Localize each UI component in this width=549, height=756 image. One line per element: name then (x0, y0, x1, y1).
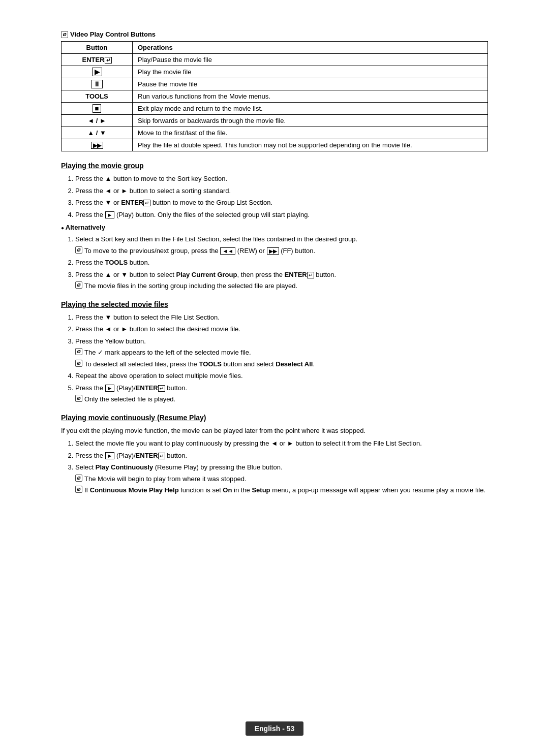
table-cell-op: Skip forwards or backwards through the m… (133, 115, 488, 127)
list-item: Repeat the above operation to select mul… (75, 371, 488, 381)
footer-page-number: English - 53 (246, 721, 304, 736)
table-cell-button: ENTER↵ (62, 54, 133, 66)
note-icon: Ø (75, 360, 82, 367)
list-item: Press the ▼ button to select the File Li… (75, 312, 488, 323)
list-item: Press the ◄ or ► button to select a sort… (75, 186, 488, 196)
table-row: ENTER↵ Play/Pause the movie file (62, 54, 488, 66)
note-icon: Ø (75, 348, 82, 355)
note-icon: Ø (75, 475, 82, 482)
note-icon: Ø (75, 395, 82, 402)
table-cell-button: ◄ / ► (62, 115, 133, 127)
list-item: Press the ► (Play)/ENTER↵ button. Ø Only… (75, 383, 488, 404)
table-cell-op: Move to the first/last of the file. (133, 127, 488, 139)
table-row: ◄ / ► Skip forwards or backwards through… (62, 115, 488, 127)
playing-selected-files-heading: Playing the selected movie files (61, 300, 488, 308)
alt-steps-list: Select a Sort key and then in the File L… (75, 234, 488, 291)
list-item: Select Play Continuously (Resume Play) b… (75, 462, 488, 495)
table-row: ⏸ Pause the movie file (62, 78, 488, 90)
alternatively-list: Alternatively (61, 224, 488, 231)
table-cell-op: Play/Pause the movie file (133, 54, 488, 66)
playing-selected-files-section: Playing the selected movie files Press t… (61, 300, 488, 404)
list-item: Press the TOOLS button. (75, 258, 488, 268)
playing-movie-group-steps: Press the ▲ button to move to the Sort k… (75, 174, 488, 219)
table-row: ▶ Play the movie file (62, 66, 488, 78)
table-cell-button: TOOLS (62, 90, 133, 103)
note-icon: Ø (75, 486, 82, 493)
video-table-section: Ø Video Play Control Buttons Button Oper… (61, 30, 488, 151)
table-cell-op: Run various functions from the Movie men… (133, 90, 488, 103)
table-header-button: Button (62, 42, 133, 54)
table-cell-op: Play the movie file (133, 66, 488, 78)
list-item: Press the Yellow button. Ø The ✓ mark ap… (75, 336, 488, 369)
note-icon: Ø (61, 31, 68, 38)
playing-continuously-section: Playing movie continuously (Resume Play)… (61, 414, 488, 495)
table-row: TOOLS Run various functions from the Mov… (62, 90, 488, 103)
note-icon: Ø (75, 246, 82, 254)
table-cell-button: ▶▶ (62, 139, 133, 151)
continuously-steps: Select the movie file you want to play c… (75, 438, 488, 495)
table-cell-op: Exit play mode and return to the movie l… (133, 103, 488, 115)
list-item: Select a Sort key and then in the File L… (75, 234, 488, 256)
playing-continuously-intro: If you exit the playing movie function, … (61, 426, 488, 436)
playing-movie-group-heading: Playing the movie group (61, 162, 488, 170)
list-item: Press the ▼ or ENTER↵ button to move to … (75, 198, 488, 208)
table-row: ■ Exit play mode and return to the movie… (62, 103, 488, 115)
alternatively-label: Alternatively (61, 224, 488, 231)
page-footer: English - 53 (0, 721, 549, 736)
table-row: ▲ / ▼ Move to the first/last of the file… (62, 127, 488, 139)
video-table-title: Ø Video Play Control Buttons (61, 30, 488, 38)
table-header-operations: Operations (133, 42, 488, 54)
table-cell-button: ■ (62, 103, 133, 115)
list-item: Press the ◄ or ► button to select the de… (75, 324, 488, 334)
table-cell-button: ▲ / ▼ (62, 127, 133, 139)
playing-movie-group-section: Playing the movie group Press the ▲ butt… (61, 162, 488, 291)
note-icon: Ø (75, 281, 82, 289)
list-item: Press the ► (Play)/ENTER↵ button. (75, 451, 488, 461)
table-cell-op: Play the file at double speed. This func… (133, 139, 488, 151)
list-item: Press the ▲ or ▼ button to select Play C… (75, 270, 488, 291)
table-cell-button: ▶ (62, 66, 133, 78)
table-row: ▶▶ Play the file at double speed. This f… (62, 139, 488, 151)
video-control-table: Button Operations ENTER↵ Play/Pause the … (61, 41, 488, 151)
playing-continuously-heading: Playing movie continuously (Resume Play) (61, 414, 488, 422)
table-cell-op: Pause the movie file (133, 78, 488, 90)
list-item: Press the ► (Play) button. Only the file… (75, 210, 488, 220)
list-item: Press the ▲ button to move to the Sort k… (75, 174, 488, 184)
selected-files-steps: Press the ▼ button to select the File Li… (75, 312, 488, 404)
table-cell-button: ⏸ (62, 78, 133, 90)
list-item: Select the movie file you want to play c… (75, 438, 488, 449)
